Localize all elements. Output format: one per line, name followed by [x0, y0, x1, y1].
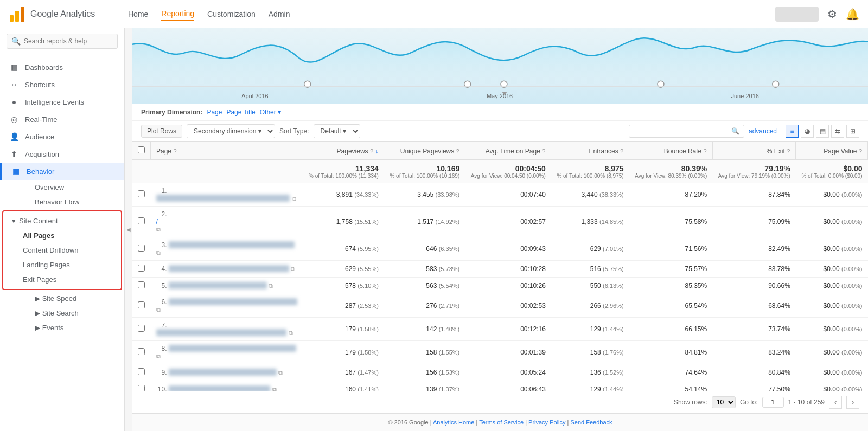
- chart-label-april: April 2016: [241, 93, 269, 99]
- page-help-icon[interactable]: ?: [173, 148, 176, 155]
- row-checkbox[interactable]: [138, 245, 145, 252]
- th-pageviews[interactable]: Pageviews ? ↓: [303, 142, 384, 160]
- advanced-link[interactable]: advanced: [749, 127, 777, 135]
- sidebar-item-realtime[interactable]: ◎ Real-Time: [0, 111, 124, 128]
- page-link[interactable]: /: [156, 218, 298, 226]
- row-unique-pv: 139 (1.37%): [384, 381, 465, 391]
- pageviews-sort-icon[interactable]: ↓: [375, 147, 378, 155]
- nav-admin[interactable]: Admin: [269, 8, 290, 21]
- page-external-link-icon[interactable]: ⧉: [289, 330, 293, 336]
- svg-rect-1: [15, 11, 19, 22]
- view-compare-icon[interactable]: ⇆: [831, 125, 844, 138]
- dim-page-title[interactable]: Page Title: [226, 108, 255, 116]
- row-checkbox[interactable]: [138, 301, 145, 308]
- sidebar-item-audience[interactable]: 👤 Audience: [0, 128, 124, 145]
- search-box[interactable]: 🔍: [7, 34, 118, 49]
- show-rows-select[interactable]: 10: [712, 396, 736, 408]
- sidebar-item-dashboards[interactable]: ▦ Dashboards: [0, 59, 124, 76]
- footer-feedback[interactable]: Send Feedback: [571, 419, 612, 426]
- page-external-link-icon[interactable]: ⧉: [291, 266, 295, 272]
- row-number: 1.: [156, 187, 167, 195]
- sidebar-item-behavior-flow[interactable]: Behavior Flow: [26, 195, 124, 209]
- page-external-link-icon[interactable]: ⧉: [156, 353, 161, 359]
- search-input[interactable]: [24, 37, 113, 45]
- page-external-link-icon[interactable]: ⧉: [156, 249, 161, 256]
- th-checkbox[interactable]: [132, 142, 151, 160]
- table-search-icon[interactable]: 🔍: [731, 127, 739, 135]
- sidebar-item-acquisition[interactable]: ⬆ Acquisition: [0, 145, 124, 163]
- page-external-link-icon[interactable]: ⧉: [156, 226, 161, 233]
- sort-type-select[interactable]: Default ▾: [314, 124, 360, 138]
- page-external-link-icon[interactable]: ⧉: [269, 282, 273, 289]
- view-pivot-icon[interactable]: ⊞: [846, 125, 859, 138]
- notification-icon[interactable]: 🔔: [846, 8, 859, 21]
- bounce-help-icon[interactable]: ?: [704, 148, 707, 155]
- row-checkbox[interactable]: [138, 385, 145, 391]
- row-avg-time: 00:02:57: [465, 207, 551, 237]
- sidebar-item-events[interactable]: ▶ Events: [26, 320, 124, 335]
- pageviews-help-icon[interactable]: ?: [370, 148, 373, 155]
- row-checkbox[interactable]: [138, 265, 145, 272]
- sidebar-item-shortcuts[interactable]: ↔ Shortcuts: [0, 76, 124, 93]
- avg-time-help-icon[interactable]: ?: [542, 148, 545, 155]
- table-row: 3. ⧉ 674 (5.95%) 646 (6.35%) 00:09:43 62…: [132, 237, 868, 261]
- user-avatar[interactable]: [775, 7, 819, 22]
- upv-help-icon[interactable]: ?: [456, 148, 459, 155]
- nav-home[interactable]: Home: [128, 8, 148, 21]
- nav-reporting[interactable]: Reporting: [161, 7, 194, 21]
- sidebar-item-site-search[interactable]: ▶ Site Search: [26, 306, 124, 320]
- nav-customization[interactable]: Customization: [207, 8, 256, 21]
- dim-page[interactable]: Page: [207, 108, 222, 116]
- page-external-link-icon[interactable]: ⧉: [272, 386, 277, 391]
- settings-icon[interactable]: ⚙: [827, 8, 837, 21]
- table-search-box[interactable]: 🔍: [629, 125, 744, 138]
- row-pageviews: 3,891 (34.33%): [303, 183, 384, 207]
- row-unique-pv: 156 (1.53%): [384, 364, 465, 381]
- sidebar-item-site-content[interactable]: ▾ Site Content: [3, 214, 121, 228]
- select-all-checkbox[interactable]: [138, 146, 145, 153]
- row-bounce-rate: 66.15%: [629, 318, 713, 341]
- pagination-prev-btn[interactable]: ‹: [829, 396, 842, 409]
- sidebar-item-overview[interactable]: Overview: [26, 180, 124, 195]
- row-unique-pv: 563 (5.54%): [384, 278, 465, 294]
- sidebar-label-intelligence: Intelligence Events: [25, 98, 84, 106]
- sidebar-item-behavior[interactable]: ▦ Behavior: [0, 163, 124, 180]
- view-data-icon[interactable]: ≡: [786, 125, 799, 138]
- row-avg-time: 00:07:40: [465, 183, 551, 207]
- footer-tos[interactable]: Terms of Service: [479, 419, 524, 426]
- pagination-next-btn[interactable]: ›: [846, 396, 859, 409]
- exit-help-icon[interactable]: ?: [787, 148, 790, 155]
- svg-rect-9: [132, 86, 868, 87]
- row-checkbox[interactable]: [138, 325, 145, 332]
- secondary-dimension-select[interactable]: Secondary dimension ▾: [187, 124, 275, 138]
- row-checkbox[interactable]: [138, 281, 145, 288]
- entrances-help-icon[interactable]: ?: [620, 148, 623, 155]
- page-external-link-icon[interactable]: ⧉: [278, 369, 283, 376]
- row-checkbox[interactable]: [138, 190, 145, 197]
- sidebar-item-content-drilldown[interactable]: Content Drilldown: [14, 243, 121, 258]
- footer-analytics-home[interactable]: Analytics Home: [433, 419, 474, 426]
- view-bar-icon[interactable]: ▤: [816, 125, 829, 138]
- logo-text: Google Analytics: [30, 9, 95, 19]
- page-external-link-icon[interactable]: ⧉: [156, 306, 161, 313]
- sidebar-item-exit-pages[interactable]: Exit Pages: [14, 272, 121, 287]
- sidebar-collapse-btn[interactable]: ◀: [125, 28, 132, 431]
- sidebar-item-intelligence[interactable]: ● Intelligence Events: [0, 93, 124, 111]
- table-search-input[interactable]: [634, 127, 731, 135]
- footer-privacy[interactable]: Privacy Policy: [528, 419, 565, 426]
- row-checkbox[interactable]: [138, 217, 145, 224]
- dim-other[interactable]: Other ▾: [260, 108, 281, 116]
- goto-input[interactable]: [762, 397, 784, 408]
- row-checkbox[interactable]: [138, 348, 145, 355]
- sidebar-item-all-pages[interactable]: All Pages: [14, 228, 121, 243]
- row-checkbox[interactable]: [138, 368, 145, 375]
- sidebar-item-landing-pages[interactable]: Landing Pages: [14, 258, 121, 272]
- view-pie-icon[interactable]: ◕: [801, 125, 814, 138]
- primary-dimension-bar: Primary Dimension: Page Page Title Other…: [132, 104, 868, 121]
- plot-rows-button[interactable]: Plot Rows: [141, 125, 182, 138]
- value-help-icon[interactable]: ?: [859, 148, 862, 155]
- row-bounce-rate: 54.14%: [629, 381, 713, 391]
- logo-area: Google Analytics: [9, 5, 128, 23]
- sidebar-item-site-speed[interactable]: ▶ Site Speed: [26, 291, 124, 306]
- page-external-link-icon[interactable]: ⧉: [292, 195, 296, 202]
